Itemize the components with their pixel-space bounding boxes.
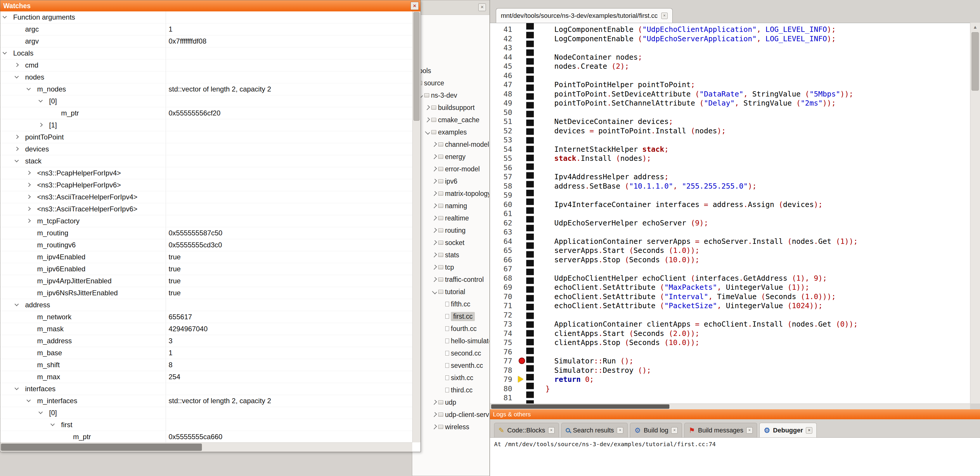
editor-vertical-scrollbar[interactable]: ▲ xyxy=(970,23,980,404)
tree-item[interactable]: udp-client-server xyxy=(433,409,489,421)
code-text[interactable]: PointToPointHelper pointToPoint; xyxy=(515,80,695,89)
tree-item[interactable]: second.cc xyxy=(439,347,489,359)
tree-item[interactable]: socket xyxy=(433,236,489,249)
line-number[interactable]: 47 xyxy=(490,80,515,89)
watch-row[interactable]: [1] xyxy=(0,119,412,131)
watch-row[interactable]: m_network655617 xyxy=(0,311,412,323)
line-number[interactable]: 48 xyxy=(490,89,515,99)
tree-item[interactable]: cmake_cache xyxy=(425,114,489,126)
code-text[interactable]: clientApps.Stop (Seconds (10.0)); xyxy=(515,338,700,347)
code-text[interactable] xyxy=(515,43,546,52)
watch-row[interactable]: m_interfacesstd::vector of length 2, cap… xyxy=(0,395,412,407)
watch-row[interactable]: <ns3::PcapHelperForIpv6> xyxy=(0,179,412,191)
tree-item[interactable]: third.cc xyxy=(439,384,489,396)
line-number[interactable]: 78 xyxy=(490,366,515,375)
code-text[interactable] xyxy=(515,209,546,218)
tree-item[interactable]: sixth.cc xyxy=(439,372,489,384)
tree-item[interactable]: routing xyxy=(433,224,489,236)
code-text[interactable]: LogComponentEnable ("UdpEchoServerApplic… xyxy=(515,35,836,43)
log-tab-build-log[interactable]: ⚙Build log× xyxy=(630,423,682,438)
chevron-right-icon[interactable] xyxy=(432,265,437,270)
close-icon[interactable]: × xyxy=(478,3,486,11)
code-text[interactable]: stack.Install (nodes); xyxy=(515,154,651,163)
chevron-down-icon[interactable] xyxy=(14,386,19,390)
chevron-down-icon[interactable] xyxy=(14,74,19,78)
scrollbar-thumb[interactable] xyxy=(1,444,202,451)
line-number[interactable]: 73 xyxy=(490,319,515,329)
tree-item[interactable]: buildsupport xyxy=(425,101,489,114)
code-text[interactable] xyxy=(515,393,546,402)
line-number[interactable]: 58 xyxy=(490,182,515,191)
breakpoint-icon[interactable] xyxy=(519,358,525,364)
line-number[interactable]: 46 xyxy=(490,71,515,80)
log-tab-build-messages[interactable]: ⚑Build messages× xyxy=(684,423,757,438)
watch-row[interactable]: Function arguments xyxy=(0,11,412,23)
chevron-right-icon[interactable] xyxy=(27,207,31,211)
watch-row[interactable]: <ns3::AsciiTraceHelperForIpv4> xyxy=(0,191,412,203)
line-number[interactable]: 55 xyxy=(490,154,515,163)
watch-row[interactable]: m_ptr0x55555556cf20 xyxy=(0,107,412,119)
line-number[interactable]: 74 xyxy=(490,329,515,338)
line-number[interactable]: 59 xyxy=(490,191,515,200)
line-number[interactable]: 67 xyxy=(490,264,515,274)
log-tab-code-blocks[interactable]: ✎Code::Blocks× xyxy=(494,423,559,438)
chevron-down-icon[interactable] xyxy=(38,410,43,414)
line-number[interactable]: 75 xyxy=(490,338,515,347)
code-text[interactable] xyxy=(515,71,546,80)
line-number[interactable]: 45 xyxy=(490,62,515,71)
watch-row[interactable]: pointToPoint xyxy=(0,131,412,143)
code-text[interactable]: echoClient.SetAttribute ("MaxPackets", U… xyxy=(515,283,809,292)
chevron-right-icon[interactable] xyxy=(14,135,19,139)
line-number[interactable]: 63 xyxy=(490,227,515,237)
watch-row[interactable]: <ns3::PcapHelperForIpv4> xyxy=(0,167,412,179)
line-number[interactable]: 80 xyxy=(490,384,515,393)
watch-row[interactable]: m_ipv4Enabledtrue xyxy=(0,251,412,263)
editor-tab[interactable]: mnt/dev/tools/source/ns-3-dev/examples/t… xyxy=(496,8,673,23)
code-text[interactable]: ApplicationContainer serverApps = echoSe… xyxy=(515,237,858,246)
close-icon[interactable]: × xyxy=(661,13,668,19)
line-number[interactable]: 81 xyxy=(490,393,515,403)
line-number[interactable]: 62 xyxy=(490,219,515,228)
tree-item[interactable]: error-model xyxy=(433,163,489,175)
line-number[interactable]: 77 xyxy=(490,356,515,366)
watch-row[interactable]: <ns3::AsciiTraceHelperForIpv6> xyxy=(0,203,412,215)
line-number[interactable]: 49 xyxy=(490,99,515,108)
chevron-right-icon[interactable] xyxy=(432,400,437,405)
watch-row[interactable]: m_base1 xyxy=(0,347,412,359)
watch-row[interactable]: argc1 xyxy=(0,23,412,35)
code-text[interactable] xyxy=(515,163,546,172)
tree-item[interactable]: traffic-control xyxy=(433,273,489,286)
watch-row[interactable]: argv0x7fffffffdf08 xyxy=(0,35,412,47)
log-tab-debugger[interactable]: ⚙Debugger× xyxy=(759,423,817,438)
tree-item[interactable]: realtime xyxy=(433,212,489,224)
watch-row[interactable]: m_mask4294967040 xyxy=(0,323,412,335)
tree-item[interactable]: tcp xyxy=(433,261,489,273)
chevron-right-icon[interactable] xyxy=(432,142,437,147)
code-text[interactable] xyxy=(515,108,546,117)
tree-item[interactable]: fifth.cc xyxy=(439,298,489,310)
watch-row[interactable]: m_ptr0x5555555ca660 xyxy=(0,431,412,442)
chevron-right-icon[interactable] xyxy=(432,191,437,196)
tree-item[interactable]: wireless xyxy=(433,421,489,433)
code-text[interactable] xyxy=(515,228,546,236)
code-text[interactable]: Simulator::Run (); xyxy=(515,357,633,365)
code-text[interactable]: ApplicationContainer clientApps = echoCl… xyxy=(515,320,858,328)
code-text[interactable] xyxy=(515,136,546,144)
close-icon[interactable]: × xyxy=(671,427,678,434)
code-text[interactable]: Simulator::Destroy (); xyxy=(515,366,651,375)
chevron-right-icon[interactable] xyxy=(27,171,31,175)
line-number[interactable]: 60 xyxy=(490,200,515,209)
code-text[interactable] xyxy=(515,191,546,200)
line-number[interactable]: 44 xyxy=(490,53,515,62)
tree-item[interactable]: fourth.cc xyxy=(439,323,489,335)
watch-row[interactable]: address xyxy=(0,299,412,311)
code-text[interactable]: pointToPoint.SetChannelAttribute ("Delay… xyxy=(515,99,836,107)
watch-row[interactable]: m_tcpFactory xyxy=(0,215,412,227)
watch-row[interactable]: m_ipv4ArpJitterEnabledtrue xyxy=(0,275,412,287)
line-number[interactable]: 66 xyxy=(490,255,515,265)
scrollbar-thumb[interactable] xyxy=(972,32,979,91)
tree-item[interactable]: stats xyxy=(433,249,489,261)
chevron-down-icon[interactable] xyxy=(51,422,55,426)
line-number[interactable]: 52 xyxy=(490,126,515,136)
code-text[interactable]: Ipv4AddressHelper address; xyxy=(515,173,668,181)
